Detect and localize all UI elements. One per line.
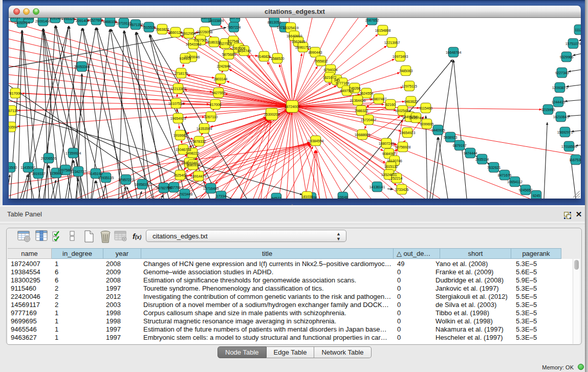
svg-text:14055714: 14055714 (14, 20, 30, 25)
svg-text:1453594: 1453594 (9, 125, 17, 129)
svg-text:16091406: 16091406 (48, 18, 63, 20)
svg-text:5878332: 5878332 (192, 139, 206, 144)
svg-text:10719: 10719 (230, 18, 240, 20)
svg-text:6879197: 6879197 (453, 143, 467, 148)
svg-text:10553: 10553 (24, 18, 34, 20)
svg-text:817006: 817006 (10, 91, 21, 96)
svg-text:3919337: 3919337 (32, 171, 46, 176)
svg-text:5875685: 5875685 (222, 52, 236, 57)
svg-text:17334: 17334 (216, 194, 226, 199)
svg-text:817006: 817006 (210, 102, 222, 107)
svg-text:18724007: 18724007 (285, 104, 300, 109)
svg-text:17016504: 17016504 (561, 144, 577, 149)
svg-text:16210643: 16210643 (553, 115, 569, 119)
svg-text:12923448: 12923448 (177, 192, 193, 196)
svg-text:6794024: 6794024 (324, 68, 338, 72)
svg-text:1440935: 1440935 (431, 128, 445, 133)
svg-text:16107534: 16107534 (168, 101, 184, 106)
svg-text:7632621: 7632621 (487, 165, 501, 170)
svg-text:2091406: 2091406 (76, 18, 90, 23)
svg-text:1562615: 1562615 (292, 39, 306, 44)
svg-text:252214: 252214 (391, 176, 403, 181)
svg-text:927546: 927546 (228, 39, 239, 43)
svg-text:62160: 62160 (386, 102, 396, 107)
svg-text:2718176: 2718176 (175, 71, 188, 76)
svg-text:7515526: 7515526 (142, 25, 156, 30)
svg-text:9146821: 9146821 (257, 54, 271, 59)
svg-text:1244415: 1244415 (552, 100, 565, 104)
svg-text:9084067: 9084067 (382, 151, 396, 156)
svg-text:9115460: 9115460 (419, 106, 432, 111)
svg-text:10756928: 10756928 (395, 145, 411, 149)
svg-text:9329966: 9329966 (560, 55, 574, 59)
svg-text:7955812: 7955812 (314, 59, 328, 63)
svg-text:1527602: 1527602 (90, 18, 103, 23)
svg-text:7625402: 7625402 (173, 173, 187, 178)
svg-text:7485063: 7485063 (399, 69, 413, 73)
svg-text:18807249: 18807249 (379, 141, 395, 146)
svg-text:8454749: 8454749 (237, 49, 251, 53)
svg-text:12935135: 12935135 (98, 176, 114, 180)
svg-text:9245652: 9245652 (519, 188, 533, 192)
svg-text:7857224: 7857224 (227, 25, 241, 30)
svg-text:12213957: 12213957 (384, 40, 400, 45)
svg-text:15751074: 15751074 (565, 41, 581, 46)
svg-text:3215955: 3215955 (541, 107, 555, 112)
svg-text:9474444: 9474444 (464, 151, 477, 156)
svg-text:15716485: 15716485 (203, 186, 219, 191)
svg-text:16091: 16091 (11, 18, 20, 19)
svg-text:17957223: 17957223 (118, 178, 134, 182)
svg-text:14353594: 14353594 (197, 126, 212, 131)
svg-text:9245: 9245 (532, 193, 540, 198)
svg-text:16914479: 16914479 (191, 174, 207, 179)
svg-text:16033809: 16033809 (208, 18, 224, 23)
svg-text:7986322: 7986322 (355, 108, 368, 113)
svg-text:3267130: 3267130 (9, 108, 18, 113)
svg-text:181038: 181038 (301, 194, 313, 199)
svg-text:2242848: 2242848 (217, 64, 231, 69)
svg-text:1680934: 1680934 (186, 163, 200, 167)
svg-text:8990443: 8990443 (309, 50, 322, 55)
svg-text:9777169: 9777169 (336, 81, 350, 85)
svg-text:8660124: 8660124 (169, 30, 183, 35)
svg-text:13325419: 13325419 (283, 26, 299, 30)
svg-text:25300203: 25300203 (264, 112, 280, 117)
svg-text:2495744: 2495744 (409, 116, 423, 120)
svg-text:16648784: 16648784 (446, 50, 462, 55)
svg-text:2803144: 2803144 (214, 77, 228, 81)
svg-text:1733426: 1733426 (395, 187, 409, 192)
svg-text:23226058: 23226058 (197, 30, 213, 34)
svg-text:15720407: 15720407 (361, 118, 377, 122)
svg-text:20053346: 20053346 (74, 64, 90, 69)
svg-text:7663822: 7663822 (156, 27, 169, 32)
svg-text:19384554: 19384554 (308, 139, 324, 143)
svg-text:10958107: 10958107 (135, 182, 150, 187)
svg-text:6099695: 6099695 (420, 122, 434, 126)
svg-text:21364436: 21364436 (350, 98, 366, 103)
svg-text:939101: 939101 (180, 56, 191, 61)
svg-text:10025458: 10025458 (395, 108, 411, 113)
svg-text:94577: 94577 (272, 196, 281, 199)
svg-text:14136141: 14136141 (369, 185, 385, 189)
svg-text:20206526: 20206526 (41, 156, 57, 161)
svg-text:11121: 11121 (575, 28, 581, 32)
svg-text:15692971: 15692971 (557, 130, 573, 135)
svg-text:16640910: 16640910 (287, 34, 302, 38)
svg-text:8471676: 8471676 (498, 173, 512, 178)
svg-text:12213369: 12213369 (170, 86, 186, 91)
svg-text:10654112: 10654112 (507, 180, 522, 184)
svg-text:1916682: 1916682 (173, 133, 187, 138)
svg-text:16961755: 16961755 (295, 45, 311, 50)
svg-text:11435001: 11435001 (20, 165, 36, 170)
svg-text:2087652: 2087652 (365, 18, 379, 23)
svg-text:19654923: 19654923 (170, 116, 186, 121)
svg-text:12342737: 12342737 (71, 169, 86, 174)
svg-text:1143500: 1143500 (9, 165, 17, 170)
svg-text:746266: 746266 (349, 86, 361, 91)
svg-text:10688609: 10688609 (355, 133, 371, 137)
svg-text:10807487: 10807487 (371, 97, 387, 101)
svg-text:3267110: 3267110 (204, 115, 217, 119)
svg-text:11120746: 11120746 (387, 159, 402, 163)
svg-text:16154808: 16154808 (375, 28, 391, 33)
svg-text:9463627: 9463627 (404, 99, 418, 104)
